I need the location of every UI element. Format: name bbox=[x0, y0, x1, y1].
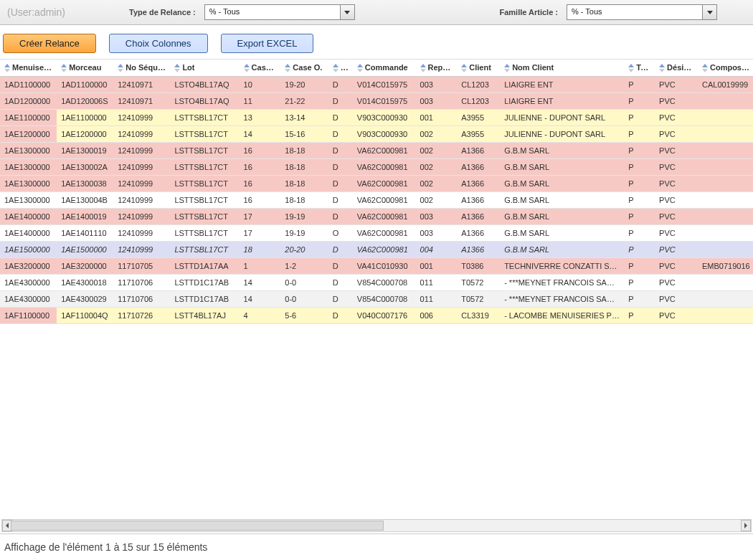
svg-marker-12 bbox=[333, 64, 338, 67]
table-cell: 1AE1200000 bbox=[57, 126, 113, 143]
table-row[interactable]: 1AE13000001AE130002A12410999LSTTSBL17CT1… bbox=[0, 159, 753, 176]
col-header[interactable]: Commande bbox=[353, 60, 416, 77]
table-row[interactable]: 1AE15000001AE150000012410999LSTTSBL17CT1… bbox=[0, 242, 753, 258]
table-cell: 1AE1500000 bbox=[0, 242, 57, 258]
svg-marker-19 bbox=[461, 69, 467, 72]
table-cell: VA62C000981 bbox=[353, 209, 416, 225]
scroll-right-button[interactable] bbox=[741, 520, 751, 531]
col-header[interactable]: Nom Client bbox=[500, 60, 624, 77]
sort-icon[interactable] bbox=[244, 64, 250, 72]
user-label: (User:admin) bbox=[7, 6, 100, 18]
table-cell: 1AD120006S bbox=[57, 93, 113, 110]
table-row[interactable]: 1AE12000001AE120000012410999LSTTSBL17CT1… bbox=[0, 126, 753, 143]
col-header[interactable]: Type bbox=[624, 60, 655, 77]
table-cell: G.B.M SARL bbox=[500, 225, 624, 242]
horizontal-scrollbar[interactable] bbox=[1, 519, 752, 532]
sort-icon[interactable] bbox=[420, 64, 426, 72]
sort-icon[interactable] bbox=[61, 64, 67, 72]
svg-marker-21 bbox=[504, 69, 510, 72]
table-cell: P bbox=[624, 291, 655, 308]
table-cell: 12410999 bbox=[113, 242, 170, 258]
table-cell: P bbox=[624, 258, 655, 275]
sort-icon[interactable] bbox=[333, 64, 338, 72]
scroll-thumb[interactable] bbox=[11, 521, 384, 531]
table-cell: PVC bbox=[655, 176, 698, 192]
table-row[interactable]: 1AE14000001AE140111012410999LSTTSBL17CT1… bbox=[0, 225, 753, 242]
table-row[interactable]: 1AE43000001AE430002911710706LSTTD1C17AB1… bbox=[0, 291, 753, 308]
table-cell: 18-18 bbox=[280, 159, 328, 176]
table-cell: V014C015975 bbox=[353, 93, 416, 110]
sort-icon[interactable] bbox=[628, 64, 634, 72]
table-cell: 12410971 bbox=[113, 77, 170, 93]
col-header[interactable]: Composant bbox=[698, 60, 753, 77]
sort-icon[interactable] bbox=[504, 64, 510, 72]
sort-icon[interactable] bbox=[702, 64, 708, 72]
table-row[interactable]: 1AE13000001AE130003812410999LSTTSBL17CT1… bbox=[0, 176, 753, 192]
table-cell: 002 bbox=[416, 159, 458, 176]
table-row[interactable]: 1AE14000001AE140001912410999LSTTSBL17CT1… bbox=[0, 209, 753, 225]
sort-icon[interactable] bbox=[285, 64, 290, 72]
svg-marker-15 bbox=[357, 69, 363, 72]
table-cell: 1AF1100000 bbox=[0, 308, 57, 324]
chevron-down-icon[interactable] bbox=[702, 5, 716, 19]
select-famille[interactable]: % - Tous bbox=[567, 4, 717, 20]
table-row[interactable]: 1AE13000001AE130001912410999LSTTSBL17CT1… bbox=[0, 143, 753, 159]
col-header[interactable]: No Séquence bbox=[113, 60, 170, 77]
col-header[interactable]: Client bbox=[457, 60, 500, 77]
sort-icon[interactable] bbox=[4, 64, 10, 72]
table-cell: 12410999 bbox=[113, 159, 170, 176]
svg-marker-14 bbox=[357, 64, 363, 67]
select-relance[interactable]: % - Tous bbox=[204, 4, 355, 20]
sort-icon[interactable] bbox=[118, 64, 123, 72]
col-header[interactable]: Case D. bbox=[240, 60, 281, 77]
table-cell bbox=[698, 225, 753, 242]
choose-columns-button[interactable]: Choix Colonnes bbox=[109, 34, 208, 53]
svg-marker-10 bbox=[285, 64, 290, 67]
table-cell: LSTTSBL17CT bbox=[170, 225, 239, 242]
table-cell: 002 bbox=[416, 126, 458, 143]
sort-icon[interactable] bbox=[357, 64, 363, 72]
table-cell: 1AD1100000 bbox=[0, 77, 57, 93]
sort-icon[interactable] bbox=[461, 64, 467, 72]
export-excel-button[interactable]: Export EXCEL bbox=[221, 34, 314, 53]
sort-icon[interactable] bbox=[174, 64, 180, 72]
svg-marker-11 bbox=[285, 69, 290, 72]
sort-icon[interactable] bbox=[659, 64, 665, 72]
table-row[interactable]: 1AE32000001AE320000011710705LSTTD1A17AA1… bbox=[0, 258, 753, 275]
table-cell: 1-2 bbox=[280, 258, 328, 275]
table-cell: 18-18 bbox=[280, 143, 328, 159]
table-cell bbox=[698, 176, 753, 192]
table-row[interactable]: 1AF11000001AF110004Q11710726LSTT4BL17AJ4… bbox=[0, 308, 753, 324]
table-cell bbox=[698, 126, 753, 143]
table-cell: 011 bbox=[416, 291, 458, 308]
table-cell: P bbox=[624, 143, 655, 159]
table-cell: VA62C000981 bbox=[353, 225, 416, 242]
col-header[interactable]: O/D bbox=[328, 60, 353, 77]
table-cell: P bbox=[624, 159, 655, 176]
table-cell: P bbox=[624, 225, 655, 242]
col-header[interactable]: Case O. bbox=[280, 60, 328, 77]
table-cell bbox=[698, 242, 753, 258]
create-relance-button[interactable]: Créer Relance bbox=[3, 34, 96, 53]
col-header[interactable]: Morceau bbox=[57, 60, 113, 77]
col-header[interactable]: Dési.Type bbox=[655, 60, 698, 77]
col-header[interactable]: Repere bbox=[416, 60, 458, 77]
table-row[interactable]: 1AE11000001AE110000012410999LSTTSBL17CT1… bbox=[0, 110, 753, 126]
table-cell: VA62C000981 bbox=[353, 242, 416, 258]
svg-marker-5 bbox=[118, 69, 123, 72]
table-cell: 5-6 bbox=[280, 308, 328, 324]
table-cell: 0-0 bbox=[280, 275, 328, 291]
table-row[interactable]: 1AD11000001AD110000012410971LSTO4BL17AQ1… bbox=[0, 77, 753, 93]
svg-marker-13 bbox=[333, 69, 338, 72]
table-row[interactable]: 1AD12000001AD120006S12410971LSTO4BL17AQ1… bbox=[0, 93, 753, 110]
table-row[interactable]: 1AE13000001AE130004B12410999LSTTSBL17CT1… bbox=[0, 192, 753, 209]
svg-marker-18 bbox=[461, 64, 467, 67]
table-cell: 10 bbox=[240, 77, 281, 93]
col-header[interactable]: Menuiserie bbox=[0, 60, 57, 77]
col-header[interactable]: Lot bbox=[170, 60, 239, 77]
table-cell: 1 bbox=[240, 258, 281, 275]
table-cell: 1AE4300018 bbox=[57, 275, 113, 291]
table-row[interactable]: 1AE43000001AE430001811710706LSTTD1C17AB1… bbox=[0, 275, 753, 291]
table-cell: 12410971 bbox=[113, 93, 170, 110]
chevron-down-icon[interactable] bbox=[340, 5, 354, 19]
